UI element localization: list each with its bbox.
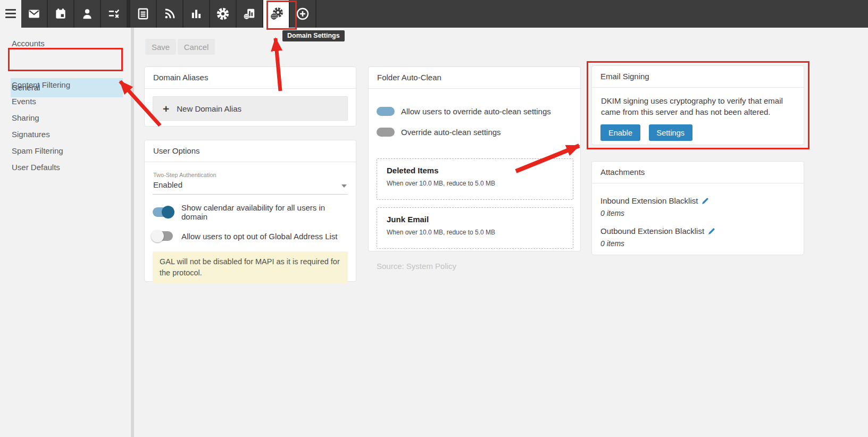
domain-reports-icon[interactable] — [237, 0, 263, 28]
list-item: Inbound Extension Blacklist 0 items — [600, 196, 795, 217]
sidebar-item-user-defaults[interactable]: User Defaults — [12, 162, 60, 173]
list-item: Outbound Extension Blacklist 0 items — [600, 226, 795, 248]
auto-clean-rule-deleted-items[interactable]: Deleted Items When over 10.0 MB, reduce … — [377, 158, 573, 200]
folder-rule: When over 10.0 MB, reduce to 5.0 MB — [387, 229, 563, 236]
toolbar-tiles — [21, 0, 316, 28]
override-allowed-toggle[interactable] — [377, 107, 395, 116]
card-title: Attachments — [592, 162, 804, 183]
email-signing-card: Email Signing DKIM signing uses cryptogr… — [591, 65, 804, 145]
top-toolbar — [0, 0, 868, 28]
folder-name: Deleted Items — [387, 166, 563, 175]
enable-button[interactable]: Enable — [600, 124, 640, 141]
edit-pencil-icon[interactable] — [708, 228, 715, 235]
gal-opt-out-label: Allow users to opt out of Global Address… — [181, 232, 338, 241]
new-domain-alias-label: New Domain Alias — [177, 104, 241, 113]
auto-clean-source: Source: System Policy — [377, 262, 456, 271]
sidebar-item-events[interactable]: Events — [12, 96, 36, 107]
settings-button[interactable]: Settings — [649, 124, 692, 141]
sidebar-scrollbar[interactable] — [131, 28, 134, 437]
domain-settings-icon[interactable] — [263, 0, 290, 28]
folder-rule: When over 10.0 MB, reduce to 5.0 MB — [387, 180, 563, 187]
mail-icon[interactable] — [21, 0, 48, 28]
domain-aliases-card: Domain Aliases + New Domain Alias — [144, 66, 356, 127]
card-title: Email Signing — [592, 66, 804, 88]
cancel-button[interactable]: Cancel — [178, 39, 215, 55]
save-button[interactable]: Save — [145, 39, 176, 55]
edit-pencil-icon[interactable] — [702, 197, 709, 205]
user-options-card: User Options Two-Step Authentication Ena… — [144, 140, 356, 282]
tasks-icon[interactable] — [101, 0, 128, 28]
users-icon[interactable] — [74, 0, 101, 28]
settings-icon[interactable] — [210, 0, 237, 28]
outbound-blacklist-label: Outbound Extension Blacklist — [600, 226, 704, 236]
card-title: Folder Auto-Clean — [369, 67, 580, 89]
sidebar-item-sharing[interactable]: Sharing — [12, 113, 39, 123]
card-title: User Options — [145, 140, 356, 162]
new-item-icon[interactable] — [290, 0, 316, 28]
calendar-availability-label: Show calendar availability for all users… — [181, 203, 348, 221]
sidebar-item-content-filtering[interactable]: Content Filtering — [12, 80, 70, 90]
menu-icon[interactable] — [5, 9, 16, 19]
hamburger-zone — [0, 0, 21, 28]
folder-auto-clean-card: Folder Auto-Clean Allow users to overrid… — [368, 66, 581, 251]
inbound-blacklist-count: 0 items — [600, 209, 795, 217]
domain-settings-page: Domain Settings Accounts General Content… — [0, 0, 868, 437]
auto-clean-rule-junk-email[interactable]: Junk Email When over 10.0 MB, reduce to … — [377, 207, 573, 249]
sidebar-item-accounts[interactable]: Accounts — [12, 38, 45, 49]
domain-settings-tooltip: Domain Settings — [282, 30, 345, 41]
override-settings-toggle[interactable] — [377, 128, 395, 137]
new-domain-alias-button[interactable]: + New Domain Alias — [153, 96, 348, 121]
folder-name: Junk Email — [387, 215, 563, 224]
gal-opt-out-toggle[interactable] — [153, 231, 173, 241]
override-settings-label: Override auto-clean settings — [401, 128, 501, 137]
two-step-auth-select[interactable]: Enabled — [153, 178, 348, 195]
sidebar-nav: Accounts General Content Filtering Event… — [0, 28, 131, 437]
gal-mapi-note: GAL will not be disabled for MAPI as it … — [153, 251, 348, 283]
sidebar-item-signatures[interactable]: Signatures — [12, 129, 50, 140]
calendar-icon[interactable] — [48, 0, 74, 28]
attachments-card: Attachments Inbound Extension Blacklist … — [591, 161, 804, 255]
chevron-down-icon — [341, 184, 347, 188]
plus-icon: + — [163, 103, 169, 114]
calendar-availability-toggle[interactable] — [153, 207, 173, 217]
sidebar-item-spam-filtering[interactable]: Spam Filtering — [12, 146, 63, 156]
reports-icon[interactable] — [183, 0, 210, 28]
outbound-blacklist-count: 0 items — [600, 239, 795, 248]
feeds-icon[interactable] — [157, 0, 183, 28]
card-title: Domain Aliases — [145, 67, 356, 89]
inbound-blacklist-label: Inbound Extension Blacklist — [600, 196, 698, 205]
two-step-auth-value: Enabled — [153, 180, 182, 189]
notes-icon[interactable] — [130, 0, 157, 28]
dkim-description: DKIM signing uses cryptography to verify… — [600, 94, 793, 117]
two-step-auth-label: Two-Step Authentication — [153, 172, 347, 178]
override-allowed-label: Allow users to override auto-clean setti… — [401, 107, 551, 116]
